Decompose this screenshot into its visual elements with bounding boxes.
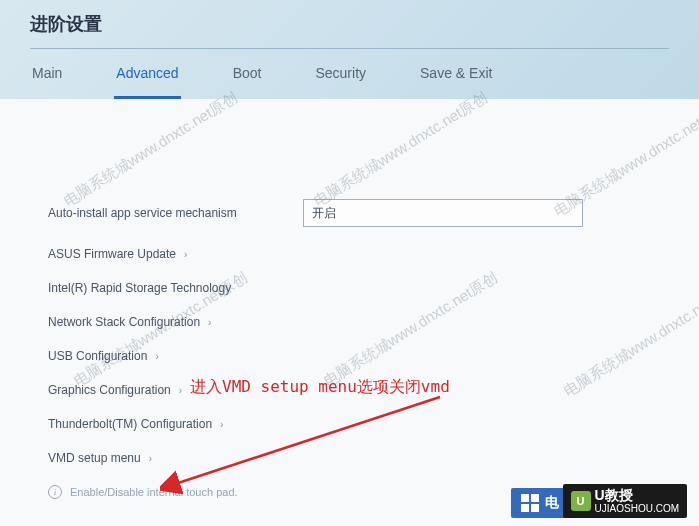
menu-network-stack[interactable]: Network Stack Configuration › xyxy=(48,315,651,329)
annotation-text: 进入VMD setup menu选项关闭vmd xyxy=(190,377,450,398)
menu-label: Graphics Configuration xyxy=(48,383,171,397)
brand-logo-blue: 电 xyxy=(511,488,569,518)
brand-logo: U U教授 UJIAOSHOU.COM xyxy=(563,484,687,518)
menu-thunderbolt-config[interactable]: Thunderbolt(TM) Configuration › xyxy=(48,417,651,431)
chevron-right-icon: › xyxy=(184,249,187,260)
menu-asus-firmware[interactable]: ASUS Firmware Update › xyxy=(48,247,651,261)
chevron-right-icon: › xyxy=(208,317,211,328)
chevron-right-icon: › xyxy=(149,453,152,464)
chevron-right-icon: › xyxy=(220,419,223,430)
menu-label: Thunderbolt(TM) Configuration xyxy=(48,417,212,431)
menu-label: Network Stack Configuration xyxy=(48,315,200,329)
menu-intel-rst[interactable]: Intel(R) Rapid Storage Technology xyxy=(48,281,651,295)
menu-vmd-setup[interactable]: VMD setup menu › xyxy=(48,451,651,465)
setting-value-select[interactable]: 开启 xyxy=(303,199,583,227)
setting-auto-service: Auto-install app service mechanism 开启 xyxy=(48,199,651,227)
tab-boot[interactable]: Boot xyxy=(231,61,264,85)
menu-label: Intel(R) Rapid Storage Technology xyxy=(48,281,231,295)
brand-main: U教授 xyxy=(595,488,679,503)
grid-icon xyxy=(521,494,539,512)
menu-label: ASUS Firmware Update xyxy=(48,247,176,261)
tab-save-exit[interactable]: Save & Exit xyxy=(418,61,494,85)
page-title: 进阶设置 xyxy=(30,12,669,49)
tab-security[interactable]: Security xyxy=(313,61,368,85)
chevron-right-icon: › xyxy=(155,351,158,362)
menu-label: USB Configuration xyxy=(48,349,147,363)
hint-text: Enable/Disable internal touch pad. xyxy=(70,486,238,498)
brand-u-icon: U xyxy=(571,491,591,511)
info-icon: i xyxy=(48,485,62,499)
setting-label: Auto-install app service mechanism xyxy=(48,206,303,220)
brand-sub: UJIAOSHOU.COM xyxy=(595,503,679,514)
chevron-right-icon: › xyxy=(179,385,182,396)
tab-advanced[interactable]: Advanced xyxy=(114,61,180,85)
menu-usb-config[interactable]: USB Configuration › xyxy=(48,349,651,363)
tab-main[interactable]: Main xyxy=(30,61,64,85)
tabs-bar: Main Advanced Boot Security Save & Exit xyxy=(30,49,669,99)
menu-label: VMD setup menu xyxy=(48,451,141,465)
brand-blue-text: 电 xyxy=(545,494,559,512)
